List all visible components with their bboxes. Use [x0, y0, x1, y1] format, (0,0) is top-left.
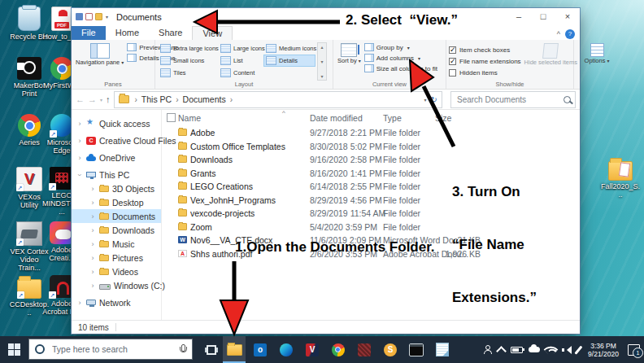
sidebar-item-music[interactable]: ›Music: [72, 237, 161, 251]
sidebar-item-downloads[interactable]: ›Downloads: [72, 223, 161, 237]
chevron-right-icon[interactable]: ›: [89, 199, 96, 207]
tab-view[interactable]: View: [192, 26, 233, 40]
navigation-pane-button[interactable]: Navigation pane▾: [74, 42, 125, 81]
file-row[interactable]: Shhs authori.pdf2/6/2020 3:53 PMAdobe Ac…: [162, 247, 580, 261]
pen-icon[interactable]: [574, 345, 582, 354]
refresh-icon[interactable]: ↻: [431, 95, 437, 104]
layout-list[interactable]: List: [218, 55, 263, 67]
column-header-type[interactable]: Type: [383, 113, 402, 123]
taskbar-smart-button[interactable]: S: [379, 336, 402, 363]
sidebar-item-windows-c[interactable]: ›Windows (C:): [72, 278, 161, 292]
maximize-button[interactable]: □: [531, 8, 555, 25]
explorer-search-input[interactable]: [455, 94, 561, 105]
breadcrumb-this-pc[interactable]: This PC: [141, 94, 172, 104]
breadcrumb[interactable]: › This PC › Documents › ▾ ↻: [114, 91, 442, 108]
task-view-button[interactable]: [200, 336, 223, 363]
forward-icon[interactable]: →: [88, 94, 97, 104]
sidebar-item-documents[interactable]: ›Documents: [72, 209, 161, 223]
scroll-up-icon[interactable]: ▴: [320, 44, 323, 50]
file-row[interactable]: Nov6__VA_CTE.docx11/6/2019 2:09 PMMicros…: [162, 234, 580, 247]
layout-tiles[interactable]: Tiles: [158, 67, 218, 79]
file-row[interactable]: Adobe9/27/2018 2:21 PMFile folder: [162, 126, 580, 140]
file-name-extensions-checkbox[interactable]: File name extensions: [449, 56, 521, 67]
sidebar-item-3d-objects[interactable]: ›3D Objects: [72, 182, 161, 195]
chevron-right-icon[interactable]: ›: [89, 212, 96, 221]
taskbar-outlook-button[interactable]: o: [249, 336, 272, 363]
volume-icon[interactable]: [562, 346, 572, 354]
close-button[interactable]: ×: [555, 8, 580, 25]
layout-gallery-scrollbar[interactable]: ▴ ▾ ▾: [317, 42, 327, 81]
layout-large-icons[interactable]: Large icons: [218, 42, 263, 55]
checkbox-checked-icon[interactable]: [449, 46, 456, 54]
start-button[interactable]: [0, 336, 28, 363]
sidebar-item-videos[interactable]: ›Videos: [72, 265, 161, 278]
scroll-down-icon[interactable]: ▾: [320, 59, 323, 64]
chevron-right-icon[interactable]: ›: [89, 282, 96, 290]
gallery-more-icon[interactable]: ▾: [320, 73, 323, 79]
explorer-search-box[interactable]: [450, 91, 576, 108]
qat-properties-icon[interactable]: [76, 13, 83, 20]
chevron-right-icon[interactable]: ›: [76, 154, 83, 162]
hidden-items-checkbox[interactable]: Hidden items: [449, 68, 521, 78]
chevron-right-icon[interactable]: ›: [76, 120, 83, 128]
clock[interactable]: 3:36 PM 9/21/2020: [585, 342, 622, 358]
hide-selected-items-button[interactable]: Hide selected items: [523, 42, 579, 81]
show-hidden-icons-chevron[interactable]: [496, 346, 507, 356]
action-center-icon[interactable]: 1: [628, 344, 640, 356]
select-all-checkbox[interactable]: [167, 113, 176, 122]
layout-small-icons[interactable]: Small icons: [158, 55, 218, 67]
sidebar-item-quick-access[interactable]: ›Quick access: [72, 116, 161, 130]
minimize-button[interactable]: –: [507, 8, 531, 25]
taskbar-edge-button[interactable]: [275, 336, 298, 363]
layout-extra-large-icons[interactable]: Extra large icons: [158, 42, 218, 55]
file-row[interactable]: Zoom5/4/2020 3:59 PMFile folder: [162, 221, 580, 234]
item-check-boxes-checkbox[interactable]: Item check boxes: [449, 45, 521, 55]
taskbar-chrome-button[interactable]: [327, 336, 350, 363]
people-icon[interactable]: [484, 345, 492, 354]
tab-home[interactable]: Home: [106, 26, 149, 40]
chevron-right-icon[interactable]: ›: [76, 299, 83, 307]
sidebar-item-network[interactable]: ›Network: [72, 295, 161, 309]
taskbar-vex-button[interactable]: V: [301, 336, 324, 363]
column-header-name[interactable]: Name: [178, 113, 201, 123]
chevron-right-icon[interactable]: ›: [89, 240, 96, 248]
sidebar-item-desktop[interactable]: ›Desktop: [72, 195, 161, 209]
breadcrumb-documents[interactable]: Documents: [183, 94, 226, 104]
column-header-date-modified[interactable]: Date modified: [310, 113, 363, 123]
layout-content[interactable]: Content: [218, 67, 263, 79]
size-columns-button[interactable]: Size all columns to fit: [364, 63, 437, 73]
recent-locations-caret-icon[interactable]: ▾: [100, 97, 102, 103]
taskbar-notepad-button[interactable]: [431, 336, 454, 363]
tab-share[interactable]: Share: [149, 26, 192, 40]
file-row[interactable]: Custom Office Templates8/30/2018 5:02 PM…: [162, 140, 580, 154]
up-icon[interactable]: ↑: [106, 94, 111, 104]
desktop-icon-fall2020[interactable]: Fall2020_S...: [600, 157, 641, 199]
group-by-button[interactable]: Group by▾: [364, 42, 437, 52]
onedrive-tray-icon[interactable]: [529, 347, 540, 352]
taskbar-file-explorer-button[interactable]: [223, 336, 246, 363]
back-icon[interactable]: ←: [76, 94, 85, 104]
chevron-right-icon[interactable]: ›: [89, 254, 96, 262]
layout-details[interactable]: Details: [263, 55, 315, 67]
taskbar-terminal-button[interactable]: [405, 336, 428, 363]
wifi-icon[interactable]: [543, 342, 558, 356]
chevron-right-icon[interactable]: ›: [89, 268, 96, 276]
column-header-size[interactable]: Size: [435, 113, 451, 123]
sidebar-item-creative-cloud-files[interactable]: ›Creative Cloud Files: [72, 133, 161, 147]
taskbar-app-button[interactable]: [353, 336, 376, 363]
battery-icon[interactable]: [511, 347, 523, 353]
microphone-icon[interactable]: [179, 344, 186, 355]
taskbar-search-input[interactable]: [50, 343, 175, 355]
chevron-right-icon[interactable]: ›: [89, 185, 96, 193]
chevron-down-icon[interactable]: ›: [76, 172, 84, 178]
taskbar-search-box[interactable]: [28, 339, 193, 360]
qat-new-folder-icon[interactable]: [85, 13, 93, 20]
checkbox-checked-icon[interactable]: [449, 58, 456, 65]
layout-medium-icons[interactable]: Medium icons: [263, 42, 315, 55]
tab-file[interactable]: File: [72, 26, 106, 40]
chevron-right-icon[interactable]: ›: [76, 137, 83, 145]
help-icon[interactable]: ?: [565, 29, 575, 39]
file-row[interactable]: Downloads9/16/2020 2:58 PMFile folder: [162, 153, 580, 167]
file-row[interactable]: LEGO Creations6/14/2018 2:55 PMFile fold…: [162, 180, 580, 194]
file-row[interactable]: Vex_JohnH_Programs8/29/2019 4:56 PMFile …: [162, 194, 580, 208]
